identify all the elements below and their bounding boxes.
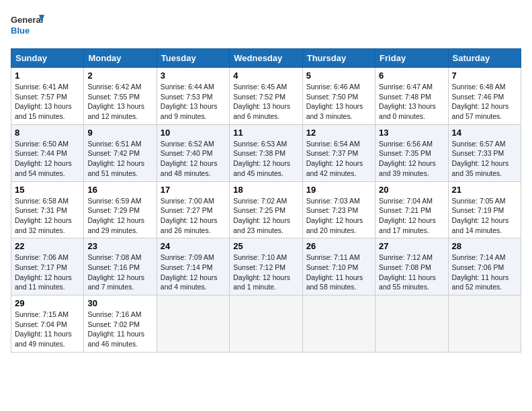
day-info: Sunrise: 6:48 AM Sunset: 7:46 PM Dayligh… xyxy=(452,82,517,122)
day-number: 4 xyxy=(233,71,298,81)
day-info: Sunrise: 7:06 AM Sunset: 7:17 PM Dayligh… xyxy=(15,253,80,292)
day-cell: 15Sunrise: 6:58 AM Sunset: 7:31 PM Dayli… xyxy=(11,181,84,238)
day-cell: 23Sunrise: 7:08 AM Sunset: 7:16 PM Dayli… xyxy=(84,238,157,295)
day-cell: 24Sunrise: 7:09 AM Sunset: 7:14 PM Dayli… xyxy=(157,238,229,295)
day-number: 11 xyxy=(233,128,298,138)
day-cell: 16Sunrise: 6:59 AM Sunset: 7:29 PM Dayli… xyxy=(84,181,157,238)
day-number: 10 xyxy=(161,128,226,138)
day-number: 15 xyxy=(15,185,80,195)
day-info: Sunrise: 6:54 AM Sunset: 7:37 PM Dayligh… xyxy=(306,139,371,179)
day-info: Sunrise: 7:11 AM Sunset: 7:10 PM Dayligh… xyxy=(306,253,371,292)
day-cell xyxy=(230,295,302,353)
day-info: Sunrise: 7:14 AM Sunset: 7:06 PM Dayligh… xyxy=(452,253,517,292)
day-number: 18 xyxy=(233,185,298,195)
logo-svg: General Blue xyxy=(11,11,44,40)
day-info: Sunrise: 6:47 AM Sunset: 7:48 PM Dayligh… xyxy=(379,82,444,122)
day-info: Sunrise: 6:59 AM Sunset: 7:29 PM Dayligh… xyxy=(87,196,152,236)
day-info: Sunrise: 7:12 AM Sunset: 7:08 PM Dayligh… xyxy=(379,253,444,292)
week-row-2: 8Sunrise: 6:50 AM Sunset: 7:44 PM Daylig… xyxy=(11,124,521,181)
weekday-monday: Monday xyxy=(84,49,157,68)
calendar-table: SundayMondayTuesdayWednesdayThursdayFrid… xyxy=(11,48,521,353)
day-cell xyxy=(375,295,448,353)
day-info: Sunrise: 6:51 AM Sunset: 7:42 PM Dayligh… xyxy=(87,139,152,179)
day-number: 5 xyxy=(306,71,371,81)
page-header: General Blue xyxy=(11,11,521,40)
weekday-wednesday: Wednesday xyxy=(230,49,302,68)
day-number: 12 xyxy=(306,128,371,138)
weekday-sunday: Sunday xyxy=(11,49,84,68)
day-info: Sunrise: 7:04 AM Sunset: 7:21 PM Dayligh… xyxy=(379,196,444,236)
day-cell: 19Sunrise: 7:03 AM Sunset: 7:23 PM Dayli… xyxy=(302,181,375,238)
day-cell: 3Sunrise: 6:44 AM Sunset: 7:53 PM Daylig… xyxy=(157,68,229,125)
day-cell: 12Sunrise: 6:54 AM Sunset: 7:37 PM Dayli… xyxy=(302,124,375,181)
day-number: 20 xyxy=(379,185,444,195)
day-info: Sunrise: 6:41 AM Sunset: 7:57 PM Dayligh… xyxy=(15,82,80,122)
day-cell: 4Sunrise: 6:45 AM Sunset: 7:52 PM Daylig… xyxy=(230,68,302,125)
svg-text:General: General xyxy=(11,15,43,25)
day-info: Sunrise: 6:57 AM Sunset: 7:33 PM Dayligh… xyxy=(452,139,517,179)
day-info: Sunrise: 6:58 AM Sunset: 7:31 PM Dayligh… xyxy=(15,196,80,236)
day-number: 9 xyxy=(87,128,152,138)
day-cell: 1Sunrise: 6:41 AM Sunset: 7:57 PM Daylig… xyxy=(11,68,84,125)
day-cell xyxy=(157,295,229,353)
day-cell: 6Sunrise: 6:47 AM Sunset: 7:48 PM Daylig… xyxy=(375,68,448,125)
day-info: Sunrise: 7:16 AM Sunset: 7:02 PM Dayligh… xyxy=(87,310,152,349)
day-cell: 26Sunrise: 7:11 AM Sunset: 7:10 PM Dayli… xyxy=(302,238,375,295)
day-cell: 17Sunrise: 7:00 AM Sunset: 7:27 PM Dayli… xyxy=(157,181,229,238)
day-number: 3 xyxy=(161,71,226,81)
day-number: 16 xyxy=(87,185,152,195)
day-info: Sunrise: 6:50 AM Sunset: 7:44 PM Dayligh… xyxy=(15,139,80,179)
day-cell: 29Sunrise: 7:15 AM Sunset: 7:04 PM Dayli… xyxy=(11,295,84,353)
day-number: 13 xyxy=(379,128,444,138)
weekday-thursday: Thursday xyxy=(302,49,375,68)
day-info: Sunrise: 6:52 AM Sunset: 7:40 PM Dayligh… xyxy=(161,139,226,179)
week-row-1: 1Sunrise: 6:41 AM Sunset: 7:57 PM Daylig… xyxy=(11,68,521,125)
day-number: 30 xyxy=(87,298,152,308)
day-cell xyxy=(448,295,521,353)
day-cell: 7Sunrise: 6:48 AM Sunset: 7:46 PM Daylig… xyxy=(448,68,521,125)
day-cell xyxy=(302,295,375,353)
day-number: 21 xyxy=(452,185,517,195)
weekday-saturday: Saturday xyxy=(448,49,521,68)
svg-text:Blue: Blue xyxy=(11,26,30,36)
day-cell: 25Sunrise: 7:10 AM Sunset: 7:12 PM Dayli… xyxy=(230,238,302,295)
day-cell: 5Sunrise: 6:46 AM Sunset: 7:50 PM Daylig… xyxy=(302,68,375,125)
day-cell: 10Sunrise: 6:52 AM Sunset: 7:40 PM Dayli… xyxy=(157,124,229,181)
day-number: 28 xyxy=(452,241,517,251)
day-info: Sunrise: 6:44 AM Sunset: 7:53 PM Dayligh… xyxy=(161,82,226,122)
day-cell: 27Sunrise: 7:12 AM Sunset: 7:08 PM Dayli… xyxy=(375,238,448,295)
day-cell: 14Sunrise: 6:57 AM Sunset: 7:33 PM Dayli… xyxy=(448,124,521,181)
day-cell: 18Sunrise: 7:02 AM Sunset: 7:25 PM Dayli… xyxy=(230,181,302,238)
week-row-5: 29Sunrise: 7:15 AM Sunset: 7:04 PM Dayli… xyxy=(11,295,521,353)
day-info: Sunrise: 7:02 AM Sunset: 7:25 PM Dayligh… xyxy=(233,196,298,236)
day-number: 24 xyxy=(161,241,226,251)
day-cell: 9Sunrise: 6:51 AM Sunset: 7:42 PM Daylig… xyxy=(84,124,157,181)
logo: General Blue xyxy=(11,11,44,40)
day-number: 26 xyxy=(306,241,371,251)
day-info: Sunrise: 6:53 AM Sunset: 7:38 PM Dayligh… xyxy=(233,139,298,179)
day-cell: 8Sunrise: 6:50 AM Sunset: 7:44 PM Daylig… xyxy=(11,124,84,181)
day-number: 19 xyxy=(306,185,371,195)
day-info: Sunrise: 7:00 AM Sunset: 7:27 PM Dayligh… xyxy=(161,196,226,236)
week-row-4: 22Sunrise: 7:06 AM Sunset: 7:17 PM Dayli… xyxy=(11,238,521,295)
day-number: 23 xyxy=(87,241,152,251)
week-row-3: 15Sunrise: 6:58 AM Sunset: 7:31 PM Dayli… xyxy=(11,181,521,238)
day-cell: 21Sunrise: 7:05 AM Sunset: 7:19 PM Dayli… xyxy=(448,181,521,238)
day-cell: 20Sunrise: 7:04 AM Sunset: 7:21 PM Dayli… xyxy=(375,181,448,238)
day-cell: 2Sunrise: 6:42 AM Sunset: 7:55 PM Daylig… xyxy=(84,68,157,125)
day-number: 2 xyxy=(87,71,152,81)
weekday-friday: Friday xyxy=(375,49,448,68)
day-info: Sunrise: 7:08 AM Sunset: 7:16 PM Dayligh… xyxy=(87,253,152,292)
day-info: Sunrise: 6:42 AM Sunset: 7:55 PM Dayligh… xyxy=(87,82,152,122)
day-info: Sunrise: 7:15 AM Sunset: 7:04 PM Dayligh… xyxy=(15,310,80,349)
day-info: Sunrise: 6:46 AM Sunset: 7:50 PM Dayligh… xyxy=(306,82,371,122)
day-info: Sunrise: 7:10 AM Sunset: 7:12 PM Dayligh… xyxy=(233,253,298,292)
day-number: 7 xyxy=(452,71,517,81)
day-number: 22 xyxy=(15,241,80,251)
day-info: Sunrise: 7:09 AM Sunset: 7:14 PM Dayligh… xyxy=(161,253,226,292)
day-info: Sunrise: 6:56 AM Sunset: 7:35 PM Dayligh… xyxy=(379,139,444,179)
day-number: 17 xyxy=(161,185,226,195)
weekday-tuesday: Tuesday xyxy=(157,49,229,68)
day-info: Sunrise: 7:03 AM Sunset: 7:23 PM Dayligh… xyxy=(306,196,371,236)
weekday-header-row: SundayMondayTuesdayWednesdayThursdayFrid… xyxy=(11,49,521,68)
